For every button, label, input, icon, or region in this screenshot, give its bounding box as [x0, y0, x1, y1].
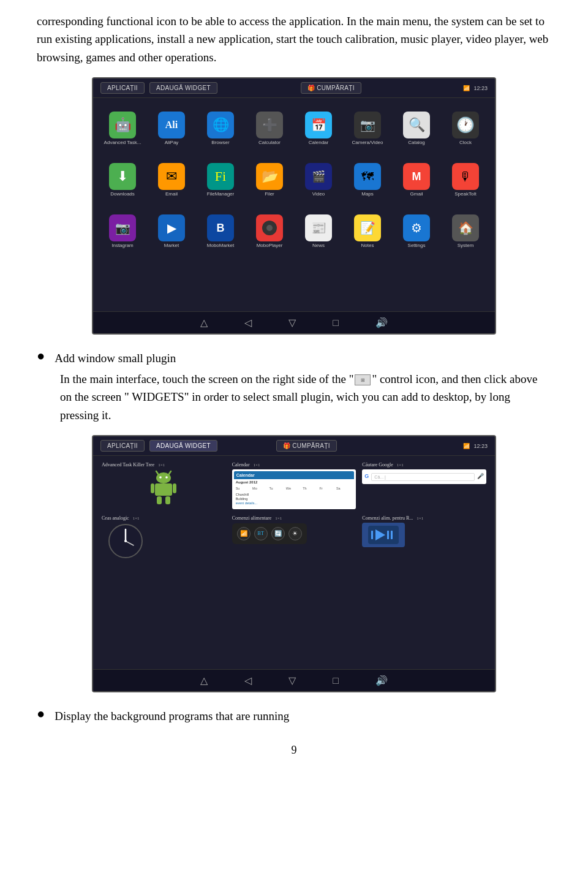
svg-rect-11 [165, 496, 170, 504]
widget-atk-title: Advanced Task Killer Tree 1×1 [102, 462, 226, 468]
app-icon-settings[interactable]: ⚙ Settings [393, 207, 440, 256]
app-img-filemanager: Fi [207, 163, 234, 190]
app-img-news: 📰 [305, 214, 332, 241]
widget-row1: Advanced Task Killer Tree 1×1 [102, 462, 486, 509]
nav-home2[interactable]: △ [200, 675, 208, 686]
app-img-instagram: 📷 [109, 214, 136, 241]
app-img-browser: 🌐 [207, 112, 234, 138]
widget-media-title: Comenzi alim. pentru R... 1×1 [362, 515, 486, 521]
power-btn-gps[interactable]: 🔄 [271, 527, 285, 540]
nav-apps2[interactable]: □ [333, 675, 339, 686]
app-icon-market[interactable]: ▶ Market [148, 207, 195, 256]
svg-rect-20 [391, 531, 393, 539]
app-img-moboplayer [256, 214, 283, 241]
widget-row2: Ceas analogic 1×1 Comenzi alimentare 1×1 [102, 515, 486, 559]
svg-rect-19 [387, 531, 389, 539]
nav-volume2[interactable]: 🔊 [375, 675, 388, 686]
app-icon-notes[interactable]: 📝 Notes [344, 207, 391, 256]
app-icon-system[interactable]: 🏠 System [442, 207, 489, 256]
tab-widget[interactable]: ADAUGĂ WIDGET [149, 82, 217, 94]
app-img-mobomarket: B [207, 214, 234, 241]
nav-recents1[interactable]: ▽ [288, 317, 296, 328]
screen1-tabs: APLICAȚII ADAUGĂ WIDGET 🎁 CUMPĂRAȚI [100, 82, 361, 94]
widget-calendar-badge: 1×1 [254, 463, 260, 468]
time-display: 12:23 [473, 85, 488, 91]
widget-calendar-title: Calendar 1×1 [232, 462, 356, 468]
app-icon-gmail[interactable]: M Gmail [393, 156, 440, 205]
app-label-speak: SpeakToIt [454, 192, 477, 197]
media-icon-svg [368, 526, 399, 544]
app-label-maps: Maps [361, 192, 374, 197]
bullet1-indent: In the main interface, touch the screen … [60, 370, 551, 424]
app-icon-clock[interactable]: 🕐 Clock [442, 104, 489, 153]
power-btn-wifi[interactable]: 📶 [237, 527, 251, 540]
app-img-catalog: 🔍 [403, 112, 430, 138]
tab2-widget[interactable]: ADAUGĂ WIDGET [149, 440, 217, 452]
nav-volume1[interactable]: 🔊 [375, 317, 388, 328]
android-robot-svg [149, 470, 178, 506]
time-display2: 12:23 [473, 443, 488, 449]
app-label-clock: Clock [459, 140, 472, 146]
app-label-notes: Notes [361, 243, 374, 249]
app-icon-calculator[interactable]: ➕ Calculator [246, 104, 293, 153]
tab-aplicatii[interactable]: APLICAȚII [100, 82, 145, 94]
app-icon-alipay[interactable]: Ali AliPay [148, 104, 195, 153]
app-img-clock: 🕐 [452, 112, 479, 138]
app-label-instagram: Instagram [111, 243, 134, 249]
app-icon-catalog[interactable]: 🔍 Catalog [393, 104, 440, 153]
bullet2-content: Display the background programs that are… [55, 707, 289, 725]
app-icon-moboplayer[interactable]: MoboPlayer [246, 207, 293, 256]
svg-point-4 [156, 472, 171, 483]
screenshot2-container: APLICAȚII ADAUGĂ WIDGET 🎁 CUMPĂRAȚI 📶 12… [37, 435, 551, 692]
widget-search-badge: 1×1 [397, 463, 404, 468]
app-label-mobomarket: MoboMarket [207, 243, 234, 249]
page-number: 9 [37, 744, 551, 757]
screen2-topbar: APLICAȚII ADAUGĂ WIDGET 🎁 CUMPĂRAȚI 📶 12… [93, 436, 495, 456]
app-label-catalog: Catalog [408, 140, 425, 146]
app-icon-speak[interactable]: 🎙 SpeakToIt [442, 156, 489, 205]
widget-clock-badge: 1×1 [133, 516, 140, 521]
widget-search-title: Căutare Google 1×1 [362, 462, 486, 468]
app-icon-advanced-task[interactable]: 🤖 Advanced Task... [99, 104, 146, 153]
tab2-aplicatii[interactable]: APLICAȚII [100, 440, 145, 452]
app-icon-maps[interactable]: 🗺 Maps [344, 156, 391, 205]
svg-rect-10 [157, 496, 162, 504]
app-icon-instagram[interactable]: 📷 Instagram [99, 207, 146, 256]
app-img-settings: ⚙ [403, 214, 430, 241]
app-label-advanced-task: Advanced Task... [104, 140, 141, 146]
app-icon-news[interactable]: 📰 News [295, 207, 342, 256]
app-img-downloads: ⬇ [109, 163, 136, 190]
screen2-tabs: APLICAȚII ADAUGĂ WIDGET 🎁 CUMPĂRAȚI [100, 440, 337, 452]
widget-media-ctrl: Comenzi alim. pentru R... 1×1 [362, 515, 486, 547]
nav-back1[interactable]: ◁ [244, 317, 252, 328]
app-icon-filemanager2[interactable]: 📂 Filer [246, 156, 293, 205]
bullet1-content: Add window small plugin [55, 349, 176, 367]
bullet1-title: Add window small plugin [55, 352, 176, 365]
tab-cumpara[interactable]: 🎁 CUMPĂRAȚI [301, 82, 361, 94]
app-icon-mobomarket[interactable]: B MoboMarket [197, 207, 244, 256]
app-img-advanced-task: 🤖 [109, 112, 136, 138]
app-icon-filemanager[interactable]: Fi FileManager [197, 156, 244, 205]
app-icon-email[interactable]: ✉ Email [148, 156, 195, 205]
power-btn-bt[interactable]: BT [254, 527, 268, 540]
nav-home1[interactable]: △ [200, 317, 208, 328]
app-icon-calendar[interactable]: 📅 Calendar [295, 104, 342, 153]
power-btn-bright[interactable]: ☀ [288, 527, 302, 540]
widget-atk: Advanced Task Killer Tree 1×1 [102, 462, 226, 506]
app-icon-video[interactable]: 🎬 Video [295, 156, 342, 205]
app-img-calculator: ➕ [256, 112, 283, 138]
app-label-news: News [312, 243, 325, 249]
app-label-market: Market [164, 243, 179, 249]
app-img-notes: 📝 [354, 214, 381, 241]
app-icon-downloads[interactable]: ⬇ Downloads [99, 156, 146, 205]
nav-back2[interactable]: ◁ [244, 675, 252, 686]
nav-apps1[interactable]: □ [333, 317, 339, 328]
app-icon-browser[interactable]: 🌐 Browser [197, 104, 244, 153]
svg-rect-8 [151, 483, 154, 493]
paragraph1: corresponding functional icon to be able… [37, 12, 551, 66]
tab2-cumpara[interactable]: 🎁 CUMPĂRAȚI [276, 440, 337, 452]
app-icon-camera[interactable]: 📷 Camera/Video [344, 104, 391, 153]
bullet2-dot: ● [37, 706, 45, 722]
svg-rect-17 [371, 531, 373, 539]
nav-recents2[interactable]: ▽ [288, 675, 296, 686]
